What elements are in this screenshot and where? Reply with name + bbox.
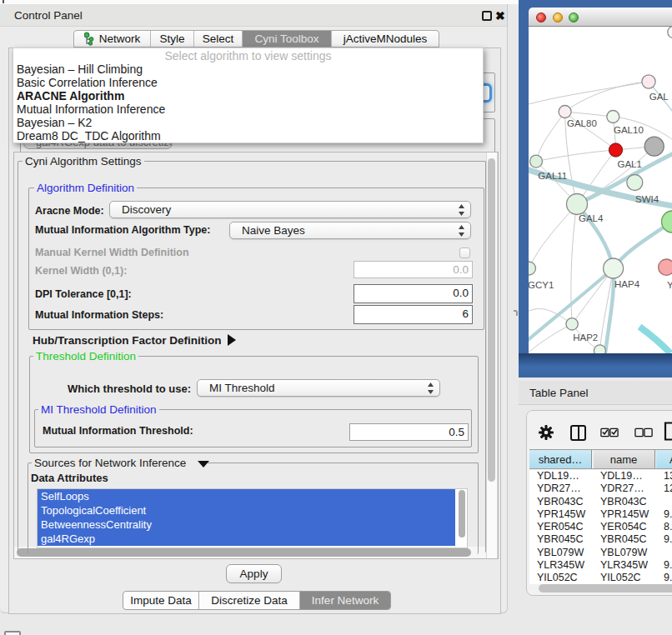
svg-text:GAL10: GAL10	[614, 125, 644, 135]
svg-text:GAL11: GAL11	[538, 171, 567, 181]
svg-text:GAL: GAL	[649, 92, 669, 102]
svg-text:SWI4: SWI4	[635, 194, 659, 204]
svg-text:GAL4: GAL4	[579, 213, 604, 223]
svg-text:HAP2: HAP2	[573, 332, 598, 342]
svg-text:GAL1: GAL1	[618, 159, 642, 169]
svg-text:Y: Y	[667, 280, 672, 290]
svg-text:GAL80: GAL80	[567, 118, 597, 128]
svg-text:GCY1: GCY1	[529, 280, 554, 290]
svg-text:HAP4: HAP4	[614, 279, 640, 289]
